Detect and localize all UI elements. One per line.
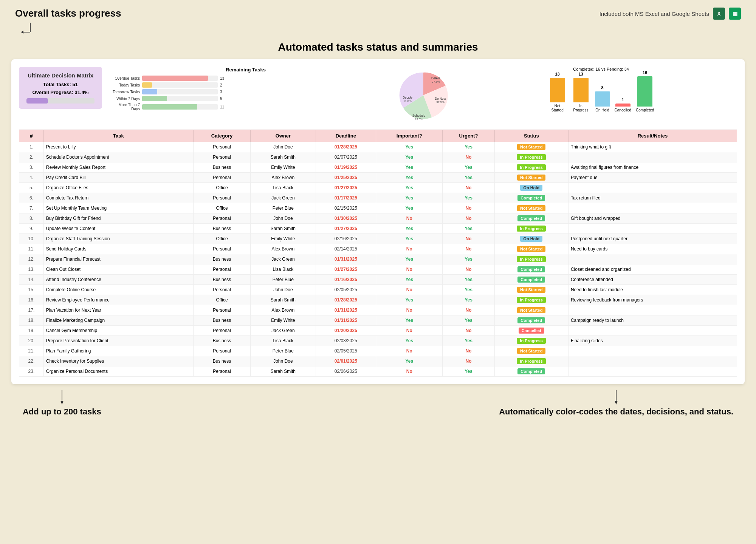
- cell-status: On Hold: [494, 183, 568, 193]
- bar-row-today: Today Tasks 2: [110, 82, 382, 88]
- bar-fill-within7: [142, 96, 167, 101]
- cell-status: Not Started: [494, 203, 568, 213]
- cell-important: Yes: [376, 162, 442, 173]
- remaining-tasks-chart: Remaining Tasks Overdue Tasks 13 Today T…: [110, 67, 382, 124]
- cell-important: Yes: [376, 224, 442, 234]
- cell-num: 8.: [19, 213, 44, 224]
- th-num: #: [19, 130, 44, 142]
- svg-marker-2: [21, 31, 23, 34]
- bar-value-more7: 11: [220, 105, 228, 109]
- cell-num: 17.: [19, 305, 44, 315]
- status-badge: Completed: [517, 266, 545, 272]
- cell-category: Business: [193, 224, 250, 234]
- cell-urgent: No: [443, 152, 494, 162]
- cell-deadline: 01/28/2025: [316, 142, 376, 152]
- cell-num: 11.: [19, 244, 44, 254]
- cell-task: Present to Lilly: [43, 142, 193, 152]
- cell-urgent: Yes: [443, 315, 494, 326]
- cell-status: Not Started: [494, 346, 568, 356]
- cell-status: Completed: [494, 213, 568, 224]
- status-bars-area: Completed: 16 vs Pending: 34 13 Not Star…: [465, 67, 737, 124]
- included-text: Included both MS Excel and Google Sheets: [600, 11, 709, 17]
- cell-deadline: 01/28/2025: [316, 295, 376, 305]
- cell-num: 20.: [19, 336, 44, 346]
- cell-num: 13.: [19, 264, 44, 275]
- cell-important: Yes: [376, 336, 442, 346]
- cell-urgent: Yes: [443, 275, 494, 285]
- cell-owner: Jack Green: [251, 254, 316, 264]
- cell-owner: John Doe: [251, 142, 316, 152]
- cell-owner: Emily White: [251, 162, 316, 173]
- cell-num: 2.: [19, 152, 44, 162]
- cell-category: Business: [193, 162, 250, 173]
- cell-urgent: Yes: [443, 193, 494, 203]
- svg-text:Delete: Delete: [431, 77, 440, 80]
- cell-category: Business: [193, 315, 250, 326]
- cell-status: In Progress: [494, 152, 568, 162]
- cell-urgent: Yes: [443, 224, 494, 234]
- cell-deadline: 01/31/2025: [316, 305, 376, 315]
- cell-notes: Conference attended: [568, 275, 737, 285]
- charts-area: Remaining Tasks Overdue Tasks 13 Today T…: [110, 67, 737, 124]
- cell-owner: John Doe: [251, 213, 316, 224]
- svg-text:Decide: Decide: [403, 96, 412, 99]
- cell-important: No: [376, 346, 442, 356]
- table-row: 13. Clean Out Closet Personal Lisa Black…: [19, 264, 737, 275]
- cell-num: 6.: [19, 193, 44, 203]
- status-badge: Not Started: [517, 205, 545, 211]
- bar-value-within7: 5: [220, 97, 228, 101]
- cell-category: Personal: [193, 213, 250, 224]
- cell-category: Personal: [193, 305, 250, 315]
- table-row: 21. Plan Family Gathering Personal Peter…: [19, 346, 737, 356]
- vbar-val-completed: 16: [643, 70, 647, 75]
- cell-category: Office: [193, 203, 250, 213]
- table-row: 16. Review Employee Performance Office S…: [19, 295, 737, 305]
- table-row: 4. Pay Credit Card Bill Personal Alex Br…: [19, 173, 737, 183]
- cell-notes: [568, 366, 737, 377]
- th-urgent: Urgent?: [443, 130, 494, 142]
- status-badge: Not Started: [517, 287, 545, 293]
- cell-category: Business: [193, 275, 250, 285]
- vbar-val-on-hold: 8: [601, 85, 604, 90]
- pie-chart-area: Delete 27.5% Do Now 37.5% Schedule 23.5%…: [389, 67, 457, 124]
- svg-text:Schedule: Schedule: [412, 114, 426, 117]
- vbar-not-started: 13 Not Started: [548, 72, 567, 112]
- th-notes: Result/Notes: [568, 130, 737, 142]
- cell-task: Check Inventory for Supplies: [43, 356, 193, 366]
- cell-notes: [568, 254, 737, 264]
- th-category: Category: [193, 130, 250, 142]
- cell-owner: Emily White: [251, 234, 316, 244]
- cell-urgent: No: [443, 213, 494, 224]
- cell-category: Business: [193, 254, 250, 264]
- table-row: 22. Check Inventory for Supplies Busines…: [19, 356, 737, 366]
- cell-notes: [568, 346, 737, 356]
- task-table: # Task Category Owner Deadline Important…: [19, 130, 737, 377]
- cell-num: 5.: [19, 183, 44, 193]
- cell-important: Yes: [376, 356, 442, 366]
- cell-deadline: 01/31/2025: [316, 254, 376, 264]
- cell-important: Yes: [376, 193, 442, 203]
- vbar-completed: 16 Completed: [636, 70, 654, 112]
- cell-num: 10.: [19, 234, 44, 244]
- cell-owner: Alex Brown: [251, 173, 316, 183]
- cell-status: Not Started: [494, 173, 568, 183]
- cell-important: Yes: [376, 183, 442, 193]
- table-row: 17. Plan Vacation for Next Year Personal…: [19, 305, 737, 315]
- status-badge: In Progress: [517, 154, 546, 160]
- svg-text:37.5%: 37.5%: [436, 100, 445, 104]
- cell-important: Yes: [376, 275, 442, 285]
- cell-owner: Lisa Black: [251, 183, 316, 193]
- th-task: Task: [43, 130, 193, 142]
- cell-owner: John Doe: [251, 356, 316, 366]
- bar-row-within7: Within 7 Days 5: [110, 96, 382, 101]
- status-badge: Cancelled: [519, 328, 544, 334]
- cell-notes: Tax return filed: [568, 193, 737, 203]
- remaining-tasks-title: Remaining Tasks: [110, 67, 382, 73]
- table-header-row: # Task Category Owner Deadline Important…: [19, 130, 737, 142]
- progress-bar-fill: [26, 98, 48, 104]
- cell-status: Not Started: [494, 244, 568, 254]
- cell-deadline: 01/31/2025: [316, 315, 376, 326]
- status-badge: In Progress: [517, 338, 546, 344]
- cell-deadline: 01/19/2025: [316, 162, 376, 173]
- cell-urgent: No: [443, 203, 494, 213]
